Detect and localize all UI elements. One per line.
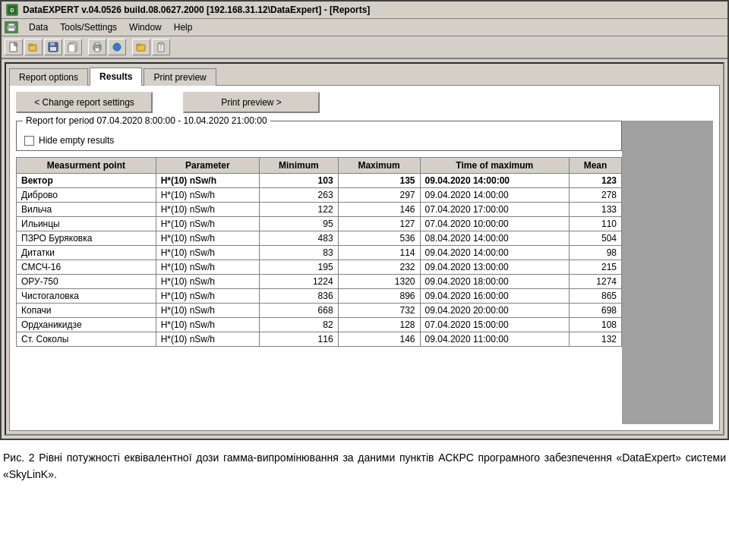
app-window: D DataEXPERT v.04.0526 build.08.0627.200… (0, 0, 729, 440)
svg-rect-26 (159, 42, 163, 45)
table-row: СМСЧ-16 H*(10) nSw/h 195 232 09.04.2020 … (17, 260, 622, 275)
col-header-min: Minimum (259, 158, 338, 174)
cell-timemax: 09.04.2020 14:00:00 (420, 246, 569, 260)
main-content-left: Report for period 07.04.2020 8:00:00 - 1… (16, 121, 622, 424)
toolbar-btn-folder[interactable] (132, 39, 150, 55)
table-row: Копачи H*(10) nSw/h 668 732 09.04.2020 2… (17, 304, 622, 318)
cell-timemax: 09.04.2020 11:00:00 (420, 332, 569, 347)
cell-min: 836 (259, 289, 338, 304)
cell-timemax: 07.04.2020 10:00:00 (420, 217, 569, 231)
hide-empty-checkbox[interactable] (24, 136, 34, 146)
cell-max: 1320 (338, 275, 420, 289)
tab-print-preview[interactable]: Print preview (144, 68, 216, 86)
toolbar-btn-clipboard[interactable] (152, 39, 170, 55)
cell-min: 1224 (259, 275, 338, 289)
cell-param: H*(10) nSw/h (156, 217, 259, 231)
cell-min: 263 (259, 188, 338, 203)
cell-max: 536 (338, 231, 420, 246)
table-row: Ильинцы H*(10) nSw/h 95 127 07.04.2020 1… (17, 217, 622, 231)
cell-timemax: 08.04.2020 14:00:00 (420, 231, 569, 246)
svg-point-17 (99, 46, 101, 47)
col-header-max: Maximum (338, 158, 420, 174)
cell-point: Ильинцы (17, 217, 156, 231)
menu-bar: Data Tools/Settings Window Help (2, 19, 727, 36)
svg-rect-8 (29, 44, 33, 46)
table-row: Чистогаловка H*(10) nSw/h 836 896 09.04.… (17, 289, 622, 304)
table-row: Ст. Соколы H*(10) nSw/h 116 146 09.04.20… (17, 332, 622, 347)
svg-rect-15 (95, 42, 99, 45)
period-box: Report for period 07.04.2020 8:00:00 - 1… (16, 121, 622, 151)
col-header-point: Measurment point (17, 158, 156, 174)
menu-help[interactable]: Help (168, 20, 199, 34)
toolbar-btn-new[interactable] (5, 39, 23, 55)
cell-point: Дитатки (17, 246, 156, 260)
cell-min: 95 (259, 217, 338, 231)
cell-max: 896 (338, 289, 420, 304)
title-bar: D DataEXPERT v.04.0526 build.08.0627.200… (2, 2, 727, 19)
cell-max: 146 (338, 332, 420, 347)
cell-max: 114 (338, 246, 420, 260)
svg-rect-4 (8, 28, 14, 31)
data-table: Measurment point Parameter Minimum Maxim… (16, 157, 622, 347)
print-preview-button[interactable]: Print preview > (183, 92, 320, 113)
cell-point: Чистогаловка (17, 289, 156, 304)
col-header-mean: Mean (569, 158, 621, 174)
toolbar-btn-globe[interactable] (108, 39, 126, 55)
svg-rect-24 (137, 44, 140, 46)
menu-window[interactable]: Window (123, 20, 168, 34)
cell-timemax: 09.04.2020 13:00:00 (420, 260, 569, 275)
cell-point: Ст. Соколы (17, 332, 156, 347)
svg-rect-16 (95, 48, 99, 52)
cell-min: 668 (259, 304, 338, 318)
table-row: Вектор H*(10) nSw/h 103 135 09.04.2020 1… (17, 174, 622, 188)
main-content-row: Report for period 07.04.2020 8:00:00 - 1… (16, 121, 713, 424)
content-area: < Change report settings Print preview >… (9, 85, 720, 431)
menu-data[interactable]: Data (23, 20, 54, 34)
cell-min: 82 (259, 318, 338, 332)
cell-point: ПЗРО Буряковка (17, 231, 156, 246)
toolbar-btn-open[interactable] (24, 39, 43, 55)
toolbar-btn-copy[interactable] (64, 39, 82, 55)
toolbar-btn-save[interactable] (44, 39, 62, 55)
cell-timemax: 09.04.2020 18:00:00 (420, 275, 569, 289)
cell-point: ОРУ-750 (17, 275, 156, 289)
cell-mean: 215 (569, 260, 621, 275)
right-panel (622, 121, 713, 424)
buttons-row: < Change report settings Print preview > (16, 92, 713, 113)
cell-point: Копачи (17, 304, 156, 318)
tab-report-options[interactable]: Report options (9, 68, 88, 86)
table-row: ПЗРО Буряковка H*(10) nSw/h 483 536 08.0… (17, 231, 622, 246)
svg-rect-10 (50, 42, 55, 46)
hide-empty-label: Hide empty results (39, 135, 114, 146)
app-title: DataEXPERT v.04.0526 build.08.0627.2000 … (23, 5, 370, 15)
cell-point: Ордханикидзе (17, 318, 156, 332)
cell-max: 146 (338, 203, 420, 217)
cell-mean: 865 (569, 289, 621, 304)
col-header-param: Parameter (156, 158, 259, 174)
main-window: Report options Results Print preview < C… (5, 62, 724, 436)
cell-param: H*(10) nSw/h (156, 289, 259, 304)
cell-min: 483 (259, 231, 338, 246)
cell-param: H*(10) nSw/h (156, 231, 259, 246)
table-row: Вильча H*(10) nSw/h 122 146 07.04.2020 1… (17, 203, 622, 217)
change-settings-button[interactable]: < Change report settings (16, 92, 153, 113)
toolbar-btn-print[interactable] (88, 39, 106, 55)
tab-results[interactable]: Results (90, 68, 142, 86)
cell-max: 135 (338, 174, 420, 188)
cell-param: H*(10) nSw/h (156, 332, 259, 347)
cell-timemax: 07.04.2020 17:00:00 (420, 203, 569, 217)
menu-tools[interactable]: Tools/Settings (54, 20, 123, 34)
cell-point: Вильча (17, 203, 156, 217)
cell-mean: 123 (569, 174, 621, 188)
cell-point: СМСЧ-16 (17, 260, 156, 275)
cell-max: 297 (338, 188, 420, 203)
cell-timemax: 09.04.2020 20:00:00 (420, 304, 569, 318)
cell-mean: 132 (569, 332, 621, 347)
toolbar (2, 36, 727, 59)
cell-param: H*(10) nSw/h (156, 246, 259, 260)
svg-rect-13 (68, 44, 75, 52)
cell-param: H*(10) nSw/h (156, 275, 259, 289)
cell-min: 122 (259, 203, 338, 217)
cell-timemax: 09.04.2020 14:00:00 (420, 188, 569, 203)
cell-point: Диброво (17, 188, 156, 203)
